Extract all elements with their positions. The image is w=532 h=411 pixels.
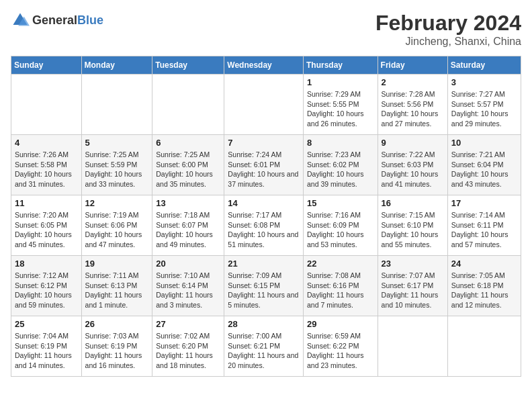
day-number: 26 — [85, 319, 149, 329]
table-row — [447, 316, 521, 377]
day-number: 27 — [156, 319, 220, 329]
day-info: Sunrise: 7:21 AMSunset: 6:04 PMDaylight:… — [451, 150, 517, 189]
day-number: 28 — [228, 319, 300, 329]
col-tuesday: Tuesday — [152, 56, 224, 75]
day-number: 10 — [451, 138, 517, 148]
calendar-header-row: Sunday Monday Tuesday Wednesday Thursday… — [11, 56, 521, 75]
calendar-table: Sunday Monday Tuesday Wednesday Thursday… — [11, 56, 521, 377]
day-number: 16 — [382, 198, 444, 208]
table-row: 24Sunrise: 7:05 AMSunset: 6:18 PMDayligh… — [447, 256, 521, 316]
table-row: 23Sunrise: 7:07 AMSunset: 6:17 PMDayligh… — [378, 256, 447, 316]
day-number: 15 — [307, 198, 374, 208]
title-block: February 2024 Jincheng, Shanxi, China — [375, 11, 521, 48]
table-row: 6Sunrise: 7:25 AMSunset: 6:00 PMDaylight… — [152, 135, 224, 195]
table-row: 28Sunrise: 7:00 AMSunset: 6:21 PMDayligh… — [224, 316, 304, 377]
day-info: Sunrise: 7:20 AMSunset: 6:05 PMDaylight:… — [15, 210, 78, 250]
table-row: 15Sunrise: 7:16 AMSunset: 6:09 PMDayligh… — [303, 195, 378, 256]
table-row: 20Sunrise: 7:10 AMSunset: 6:14 PMDayligh… — [152, 256, 224, 316]
day-number: 9 — [382, 138, 444, 148]
table-row: 11Sunrise: 7:20 AMSunset: 6:05 PMDayligh… — [11, 195, 82, 256]
day-info: Sunrise: 7:03 AMSunset: 6:19 PMDaylight:… — [85, 331, 149, 371]
calendar-subtitle: Jincheng, Shanxi, China — [375, 36, 521, 48]
table-row: 21Sunrise: 7:09 AMSunset: 6:15 PMDayligh… — [224, 256, 304, 316]
table-row: 4Sunrise: 7:26 AMSunset: 5:58 PMDaylight… — [11, 135, 82, 195]
day-info: Sunrise: 7:02 AMSunset: 6:20 PMDaylight:… — [156, 331, 220, 371]
day-info: Sunrise: 7:26 AMSunset: 5:58 PMDaylight:… — [15, 150, 78, 189]
table-row: 14Sunrise: 7:17 AMSunset: 6:08 PMDayligh… — [224, 195, 304, 256]
day-info: Sunrise: 7:23 AMSunset: 6:02 PMDaylight:… — [307, 150, 374, 189]
table-row: 8Sunrise: 7:23 AMSunset: 6:02 PMDaylight… — [303, 135, 378, 195]
logo-icon — [11, 11, 30, 30]
table-row: 9Sunrise: 7:22 AMSunset: 6:03 PMDaylight… — [378, 135, 447, 195]
day-info: Sunrise: 7:16 AMSunset: 6:09 PMDaylight:… — [307, 210, 374, 250]
day-info: Sunrise: 7:19 AMSunset: 6:06 PMDaylight:… — [85, 210, 149, 250]
day-info: Sunrise: 7:04 AMSunset: 6:19 PMDaylight:… — [15, 331, 78, 371]
table-row — [152, 75, 224, 135]
table-row: 25Sunrise: 7:04 AMSunset: 6:19 PMDayligh… — [11, 316, 82, 377]
logo-blue: Blue — [77, 13, 103, 27]
calendar-title: February 2024 — [375, 11, 521, 36]
day-number: 17 — [451, 198, 517, 208]
page-header: GeneralBlue February 2024 Jincheng, Shan… — [11, 11, 521, 48]
day-info: Sunrise: 7:22 AMSunset: 6:03 PMDaylight:… — [382, 150, 444, 189]
day-info: Sunrise: 7:07 AMSunset: 6:17 PMDaylight:… — [382, 271, 444, 310]
table-row — [378, 316, 447, 377]
calendar-week-3: 11Sunrise: 7:20 AMSunset: 6:05 PMDayligh… — [11, 195, 521, 256]
day-info: Sunrise: 7:09 AMSunset: 6:15 PMDaylight:… — [228, 271, 300, 310]
calendar-week-1: 1Sunrise: 7:29 AMSunset: 5:55 PMDaylight… — [11, 75, 521, 135]
day-number: 6 — [156, 138, 220, 148]
calendar-week-5: 25Sunrise: 7:04 AMSunset: 6:19 PMDayligh… — [11, 316, 521, 377]
day-number: 11 — [15, 198, 78, 208]
table-row: 22Sunrise: 7:08 AMSunset: 6:16 PMDayligh… — [303, 256, 378, 316]
table-row: 10Sunrise: 7:21 AMSunset: 6:04 PMDayligh… — [447, 135, 521, 195]
day-number: 3 — [451, 77, 517, 87]
col-saturday: Saturday — [447, 56, 521, 75]
day-info: Sunrise: 7:05 AMSunset: 6:18 PMDaylight:… — [451, 271, 517, 310]
day-info: Sunrise: 7:08 AMSunset: 6:16 PMDaylight:… — [307, 271, 374, 310]
day-info: Sunrise: 7:25 AMSunset: 5:59 PMDaylight:… — [85, 150, 149, 189]
table-row: 1Sunrise: 7:29 AMSunset: 5:55 PMDaylight… — [303, 75, 378, 135]
table-row: 29Sunrise: 6:59 AMSunset: 6:22 PMDayligh… — [303, 316, 378, 377]
table-row: 19Sunrise: 7:11 AMSunset: 6:13 PMDayligh… — [81, 256, 152, 316]
table-row — [81, 75, 152, 135]
day-info: Sunrise: 7:14 AMSunset: 6:11 PMDaylight:… — [451, 210, 517, 250]
table-row: 26Sunrise: 7:03 AMSunset: 6:19 PMDayligh… — [81, 316, 152, 377]
day-number: 13 — [156, 198, 220, 208]
day-info: Sunrise: 7:10 AMSunset: 6:14 PMDaylight:… — [156, 271, 220, 310]
calendar-week-4: 18Sunrise: 7:12 AMSunset: 6:12 PMDayligh… — [11, 256, 521, 316]
day-number: 23 — [382, 259, 444, 269]
table-row: 5Sunrise: 7:25 AMSunset: 5:59 PMDaylight… — [81, 135, 152, 195]
table-row: 27Sunrise: 7:02 AMSunset: 6:20 PMDayligh… — [152, 316, 224, 377]
col-thursday: Thursday — [303, 56, 378, 75]
day-number: 1 — [307, 77, 374, 87]
table-row: 17Sunrise: 7:14 AMSunset: 6:11 PMDayligh… — [447, 195, 521, 256]
day-info: Sunrise: 7:18 AMSunset: 6:07 PMDaylight:… — [156, 210, 220, 250]
day-info: Sunrise: 7:25 AMSunset: 6:00 PMDaylight:… — [156, 150, 220, 189]
day-number: 7 — [228, 138, 300, 148]
day-number: 8 — [307, 138, 374, 148]
day-info: Sunrise: 7:24 AMSunset: 6:01 PMDaylight:… — [228, 150, 300, 189]
day-number: 4 — [15, 138, 78, 148]
logo: GeneralBlue — [11, 11, 103, 30]
col-sunday: Sunday — [11, 56, 82, 75]
table-row: 3Sunrise: 7:27 AMSunset: 5:57 PMDaylight… — [447, 75, 521, 135]
table-row: 7Sunrise: 7:24 AMSunset: 6:01 PMDaylight… — [224, 135, 304, 195]
table-row: 16Sunrise: 7:15 AMSunset: 6:10 PMDayligh… — [378, 195, 447, 256]
day-number: 18 — [15, 259, 78, 269]
day-info: Sunrise: 7:27 AMSunset: 5:57 PMDaylight:… — [451, 89, 517, 129]
calendar-week-2: 4Sunrise: 7:26 AMSunset: 5:58 PMDaylight… — [11, 135, 521, 195]
day-number: 5 — [85, 138, 149, 148]
day-number: 14 — [228, 198, 300, 208]
col-wednesday: Wednesday — [224, 56, 304, 75]
col-friday: Friday — [378, 56, 447, 75]
table-row — [11, 75, 82, 135]
day-number: 20 — [156, 259, 220, 269]
table-row — [224, 75, 304, 135]
day-number: 29 — [307, 319, 374, 329]
logo-text: GeneralBlue — [32, 13, 103, 28]
day-info: Sunrise: 7:12 AMSunset: 6:12 PMDaylight:… — [15, 271, 78, 310]
table-row: 18Sunrise: 7:12 AMSunset: 6:12 PMDayligh… — [11, 256, 82, 316]
day-info: Sunrise: 7:29 AMSunset: 5:55 PMDaylight:… — [307, 89, 374, 129]
day-number: 21 — [228, 259, 300, 269]
day-info: Sunrise: 7:00 AMSunset: 6:21 PMDaylight:… — [228, 331, 300, 371]
